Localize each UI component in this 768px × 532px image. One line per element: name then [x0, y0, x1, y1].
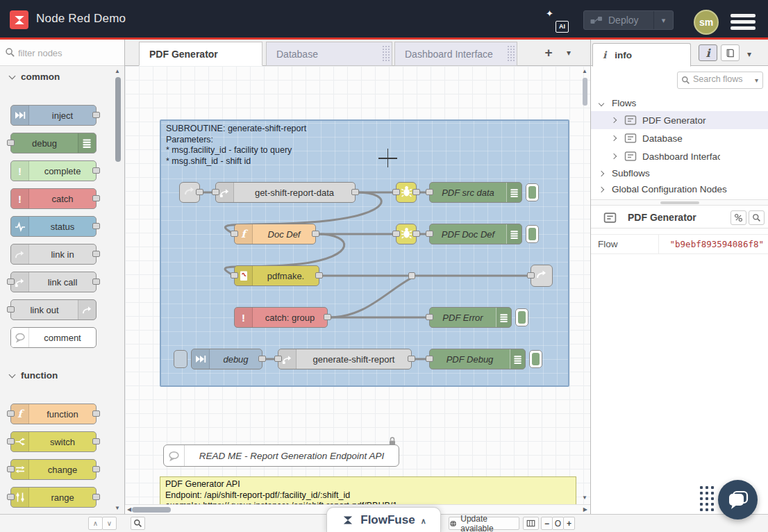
deploy-options-caret[interactable]: ▾	[653, 11, 673, 29]
live-chat-button[interactable]	[718, 480, 758, 519]
port-out[interactable]	[92, 494, 100, 500]
node-pdfmake[interactable]: pdfmake.	[234, 265, 319, 286]
palette-node-link-call[interactable]: link call	[10, 272, 97, 292]
port-in[interactable]	[7, 306, 15, 313]
user-avatar[interactable]: sm	[694, 10, 719, 35]
palette-node-range[interactable]: range	[10, 487, 97, 508]
port-out[interactable]	[92, 466, 100, 472]
canvas-search-button[interactable]	[131, 517, 145, 530]
port-out[interactable]	[312, 231, 319, 237]
widget-drag-handle[interactable]	[700, 486, 715, 514]
port-in[interactable]	[426, 231, 433, 237]
scrollbar-thumb[interactable]	[132, 507, 171, 513]
palette-node-status[interactable]: status	[10, 216, 97, 237]
sidebar-tab-info[interactable]: i info	[592, 43, 691, 67]
port-in[interactable]	[7, 466, 15, 472]
node-pdf-src-data[interactable]: PDF src data	[429, 182, 522, 203]
port-in[interactable]	[231, 231, 238, 237]
port-in[interactable]	[527, 272, 535, 279]
port-in[interactable]	[7, 140, 15, 146]
debug-toggle-button[interactable]	[515, 308, 528, 326]
api-note-group[interactable]: PDF Generator API Endpoint: /api/shift-r…	[160, 476, 576, 504]
canvas-scroll-down-icon[interactable]: ▼	[582, 494, 587, 501]
sidebar-help-button[interactable]	[721, 44, 740, 61]
debug-toggle-button[interactable]	[526, 183, 539, 201]
tree-item-database[interactable]: Database	[591, 129, 768, 147]
add-flow-button[interactable]: +	[540, 45, 557, 62]
copy-link-button[interactable]	[731, 210, 746, 225]
scroll-left-icon[interactable]: ◀	[127, 506, 131, 513]
port-out[interactable]	[92, 279, 100, 285]
palette-node-switch[interactable]: switch	[10, 431, 97, 452]
port-out[interactable]	[92, 195, 100, 201]
node-doc-def[interactable]: f Doc Def	[234, 224, 316, 244]
palette-scroll-down-icon[interactable]: ▼	[115, 505, 120, 511]
tab-database[interactable]: Database	[266, 42, 392, 66]
node-link-in[interactable]	[179, 182, 200, 203]
palette-node-change[interactable]: change	[10, 459, 97, 480]
palette-node-link-out[interactable]: link out	[10, 299, 97, 320]
tree-item-flows[interactable]: Flows	[591, 95, 768, 111]
tree-item-global-config[interactable]: Global Configuration Nodes	[591, 181, 768, 197]
sidebar-options-caret[interactable]: ▾	[747, 49, 751, 59]
port-in[interactable]	[426, 356, 433, 362]
debug-toggle-button[interactable]	[526, 225, 539, 243]
port-in[interactable]	[392, 231, 400, 237]
port-in[interactable]	[7, 438, 15, 444]
port-out[interactable]	[258, 356, 266, 362]
port-in[interactable]	[212, 189, 219, 195]
search-flow-button[interactable]	[749, 210, 765, 225]
palette-category-common[interactable]: common	[10, 72, 124, 85]
tab-pdf-generator[interactable]: PDF Generator	[139, 42, 262, 66]
deploy-button[interactable]: Deploy ▾	[583, 10, 674, 30]
tree-item-dashboard-interface[interactable]: Dashboard Interface	[591, 147, 768, 165]
port-in[interactable]	[274, 356, 282, 362]
node-catch-group[interactable]: ! catch: group	[234, 307, 328, 328]
port-out[interactable]	[92, 167, 100, 174]
palette-node-catch[interactable]: ! catch	[10, 188, 97, 209]
canvas-scrollbar-thumb[interactable]	[583, 78, 587, 106]
navigator-button[interactable]	[523, 517, 539, 530]
palette-filter-input[interactable]	[18, 45, 115, 60]
palette-node-link-in[interactable]: link in	[10, 244, 97, 265]
inject-button[interactable]	[174, 350, 187, 368]
port-out[interactable]	[92, 223, 100, 229]
port-in[interactable]	[392, 189, 400, 195]
palette-scrollbar-thumb[interactable]	[115, 77, 121, 162]
tree-item-pdf-generator[interactable]: PDF Generator	[591, 111, 768, 129]
flow-group[interactable]: SUBROUTINE: generate-shift-report Parame…	[160, 119, 569, 387]
palette-node-comment[interactable]: comment	[10, 327, 97, 348]
port-in[interactable]	[7, 494, 15, 500]
palette-node-debug[interactable]: debug	[10, 133, 97, 153]
node-get-shift-report-data[interactable]: get-shift-report-data	[215, 182, 356, 203]
node-link-out[interactable]	[531, 265, 553, 287]
main-menu-button[interactable]	[731, 14, 756, 31]
port-out[interactable]	[351, 189, 359, 195]
scroll-right-icon[interactable]: ▶	[583, 506, 587, 513]
port-out[interactable]	[315, 272, 323, 279]
zoom-out-button[interactable]: −	[541, 517, 553, 530]
port-out[interactable]	[324, 314, 331, 320]
port-out[interactable]	[92, 410, 100, 417]
port-out[interactable]	[92, 438, 100, 444]
zoom-in-button[interactable]: +	[563, 517, 575, 530]
node-pdf-debug[interactable]: PDF Debug	[429, 349, 526, 369]
splitter-handle[interactable]	[660, 201, 699, 204]
port-out[interactable]	[196, 189, 203, 195]
port-out[interactable]	[92, 251, 100, 257]
port-out[interactable]	[412, 189, 420, 195]
palette-expand-all-button[interactable]: ∨	[102, 517, 117, 530]
wire-junction[interactable]	[408, 272, 415, 279]
debug-toggle-button[interactable]	[529, 350, 542, 368]
node-generate-shift-report[interactable]: generate-shift-report	[278, 349, 412, 369]
flow-list-caret[interactable]: ▾	[567, 48, 571, 58]
palette-collapse-all-button[interactable]: ∧	[88, 517, 103, 530]
node-pdf-doc-def[interactable]: PDF Doc Def	[429, 224, 522, 244]
port-out[interactable]	[92, 112, 100, 118]
sidebar-splitter[interactable]	[591, 199, 768, 206]
node-inject-debug[interactable]: debug	[191, 349, 262, 369]
palette-node-function[interactable]: f function	[10, 404, 97, 424]
node-bug-1[interactable]	[396, 182, 417, 203]
node-comment-readme[interactable]: READ ME - Report Generation Endpoint API	[163, 444, 399, 467]
ai-assistant-button[interactable]: ✦ AI	[546, 10, 569, 33]
